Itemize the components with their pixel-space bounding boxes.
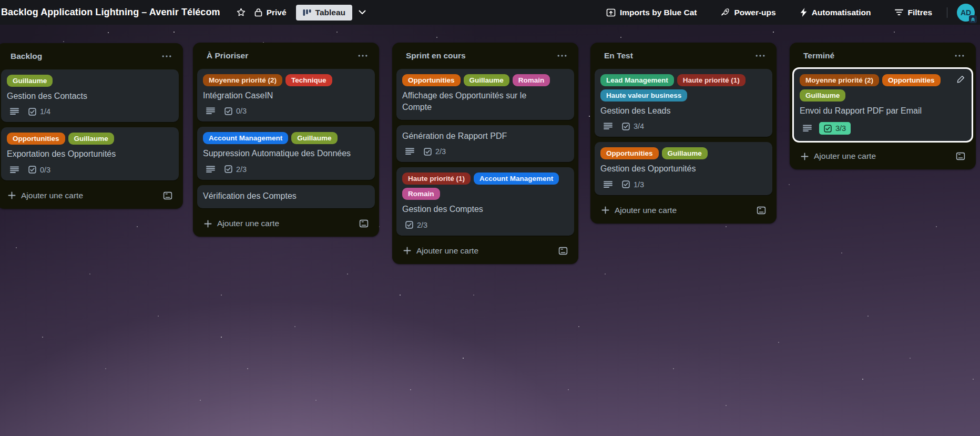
description-icon bbox=[10, 166, 19, 174]
automation-label: Automatisation bbox=[812, 8, 871, 17]
list-menu-button[interactable] bbox=[553, 52, 571, 60]
card-label: Haute priorité (1) bbox=[677, 74, 746, 86]
star-board-button[interactable] bbox=[232, 4, 250, 21]
card-label: Lead Management bbox=[600, 74, 674, 86]
checklist-count: 3/3 bbox=[835, 124, 846, 133]
card-template-icon bbox=[956, 152, 965, 160]
card-template-button[interactable] bbox=[556, 245, 570, 257]
card[interactable]: Moyenne priorité (2) Technique Intégrati… bbox=[197, 69, 375, 121]
card-label: Haute priorité (1) bbox=[402, 173, 471, 185]
list-menu-button[interactable] bbox=[354, 52, 372, 60]
list-header: Backlog bbox=[1, 47, 179, 69]
description-icon bbox=[206, 166, 215, 173]
card[interactable]: Haute priorité (1) Account Management Ro… bbox=[396, 167, 574, 235]
card-title: Gestion des Contacts bbox=[7, 90, 157, 102]
pencil-icon bbox=[957, 75, 965, 83]
add-card-button[interactable]: Ajouter une carte bbox=[801, 151, 876, 161]
card-template-icon bbox=[558, 247, 568, 255]
card[interactable]: Génération de Rapport PDF 2/3 bbox=[396, 125, 574, 162]
card-label: Guillaume bbox=[68, 133, 114, 145]
card-template-button[interactable] bbox=[954, 150, 967, 163]
card-template-button[interactable] bbox=[357, 217, 371, 230]
list-menu-button[interactable] bbox=[158, 52, 176, 60]
card-label: Romain bbox=[402, 188, 440, 200]
checklist-count: 0/3 bbox=[40, 166, 50, 174]
avatar[interactable]: AD bbox=[957, 4, 975, 22]
list-menu-button[interactable] bbox=[751, 52, 769, 60]
badge-row: 1/4 bbox=[10, 107, 173, 116]
view-dropdown-button[interactable] bbox=[355, 7, 369, 18]
imports-button[interactable]: Imports by Blue Cat bbox=[602, 5, 701, 21]
star-icon bbox=[236, 7, 246, 17]
card[interactable]: Opportunities Guillaume Romain Affichage… bbox=[396, 69, 574, 120]
board-view-icon bbox=[303, 9, 311, 16]
card[interactable]: Opportunities Guillaume Exportation des … bbox=[1, 127, 179, 180]
header-divider bbox=[947, 7, 947, 18]
add-card-button[interactable]: Ajouter une carte bbox=[204, 219, 279, 228]
card-label: Guillaume bbox=[464, 74, 509, 86]
card-title: Envoi du Rapport PDF par Email bbox=[800, 105, 950, 117]
power-ups-button[interactable]: Power-ups bbox=[717, 5, 780, 21]
add-card-button[interactable]: Ajouter une carte bbox=[403, 246, 478, 256]
board-header: Backlog Application Lightning – Avenir T… bbox=[0, 0, 980, 25]
board-title: Backlog Application Lightning – Avenir T… bbox=[1, 7, 220, 18]
checklist-badge: 2/3 bbox=[405, 221, 427, 229]
card[interactable]: Opportunities Guillaume Gestion des Oppo… bbox=[595, 142, 772, 195]
checklist-count: 1/4 bbox=[40, 107, 50, 116]
card-template-icon bbox=[359, 219, 369, 228]
card-label: Technique bbox=[285, 74, 332, 86]
checklist-icon bbox=[28, 166, 36, 174]
plus-icon bbox=[8, 191, 16, 199]
card-list: Lead Management Haute priorité (1) Haute… bbox=[595, 69, 772, 195]
filters-button[interactable]: Filtres bbox=[891, 5, 936, 21]
card-focused[interactable]: Moyenne priorité (2) Opportunities Guill… bbox=[794, 69, 972, 141]
label-row: Guillaume bbox=[7, 75, 173, 87]
checklist-icon bbox=[622, 180, 630, 188]
card-template-button[interactable] bbox=[754, 204, 768, 217]
list-footer: Ajouter une carte bbox=[197, 214, 375, 232]
automation-button[interactable]: Automatisation bbox=[796, 5, 875, 21]
visibility-label: Privé bbox=[267, 8, 287, 17]
badge-row: 0/3 bbox=[206, 107, 369, 115]
plus-icon bbox=[403, 247, 411, 255]
list-menu-button[interactable] bbox=[951, 52, 968, 60]
checklist-count: 2/3 bbox=[417, 221, 427, 229]
list-header: Sprint en cours bbox=[396, 47, 574, 69]
description-icon bbox=[405, 148, 414, 155]
edit-card-button[interactable] bbox=[955, 74, 966, 85]
add-card-label: Ajouter une carte bbox=[615, 206, 677, 215]
card-title: Vérification des Comptes bbox=[203, 190, 353, 202]
checklist-count: 2/3 bbox=[435, 147, 446, 156]
rocket-icon bbox=[721, 8, 730, 17]
card-template-icon bbox=[163, 191, 172, 200]
checklist-badge: 1/4 bbox=[28, 107, 50, 116]
description-icon bbox=[10, 108, 19, 115]
card[interactable]: Guillaume Gestion des Contacts 1/4 bbox=[1, 69, 179, 122]
card-list: Opportunities Guillaume Romain Affichage… bbox=[396, 69, 574, 236]
header-actions: Imports by Blue Cat Power-ups Automatisa… bbox=[602, 4, 975, 22]
card[interactable]: Account Management Guillaume Suppression… bbox=[197, 127, 375, 179]
card-title: Gestion des Opportunités bbox=[600, 163, 751, 175]
card-title: Affichage des Opportunités sur le Compte bbox=[402, 90, 553, 114]
description-icon bbox=[604, 123, 612, 130]
visibility-button[interactable]: Privé bbox=[250, 5, 291, 21]
label-row: Haute priorité (1) Account Management Ro… bbox=[402, 173, 568, 200]
add-card-button[interactable]: Ajouter une carte bbox=[8, 191, 83, 200]
view-switcher-button[interactable]: Tableau bbox=[296, 5, 352, 21]
badge-row: 3/4 bbox=[604, 122, 767, 130]
card[interactable]: Vérification des Comptes bbox=[197, 185, 375, 208]
list-title: Sprint en cours bbox=[406, 51, 466, 60]
card-title: Gestion des Comptes bbox=[402, 204, 553, 215]
imports-label: Imports by Blue Cat bbox=[620, 8, 697, 17]
list-a-prioriser: À Prioriser Moyenne priorité (2) Techniq… bbox=[193, 43, 379, 237]
plus-icon bbox=[204, 220, 212, 228]
checklist-badge: 0/3 bbox=[224, 107, 247, 115]
card-template-button[interactable] bbox=[161, 189, 175, 202]
card[interactable]: Lead Management Haute priorité (1) Haute… bbox=[595, 69, 772, 137]
import-icon bbox=[606, 8, 616, 17]
checklist-badge: 2/3 bbox=[224, 165, 247, 174]
lightning-icon bbox=[800, 8, 808, 17]
checklist-count: 3/4 bbox=[634, 122, 644, 130]
ellipsis-icon bbox=[756, 55, 765, 57]
add-card-button[interactable]: Ajouter une carte bbox=[601, 206, 677, 215]
